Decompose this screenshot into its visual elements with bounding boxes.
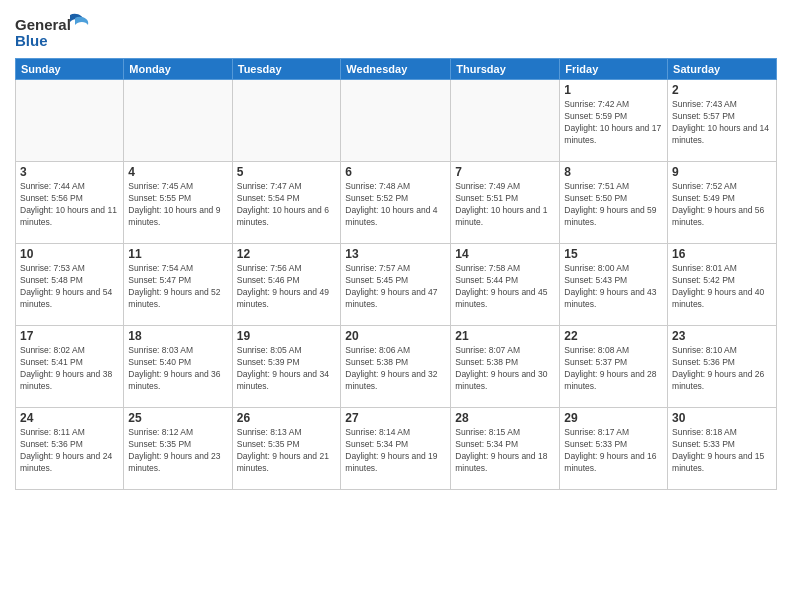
day-info: Sunrise: 7:56 AMSunset: 5:46 PMDaylight:… [237,263,337,311]
day-number: 2 [672,83,772,97]
day-number: 9 [672,165,772,179]
day-number: 18 [128,329,227,343]
calendar-cell: 18Sunrise: 8:03 AMSunset: 5:40 PMDayligh… [124,326,232,408]
day-number: 17 [20,329,119,343]
day-info: Sunrise: 7:57 AMSunset: 5:45 PMDaylight:… [345,263,446,311]
calendar-cell: 4Sunrise: 7:45 AMSunset: 5:55 PMDaylight… [124,162,232,244]
day-info: Sunrise: 8:07 AMSunset: 5:38 PMDaylight:… [455,345,555,393]
calendar-cell: 2Sunrise: 7:43 AMSunset: 5:57 PMDaylight… [668,80,777,162]
calendar-table: SundayMondayTuesdayWednesdayThursdayFrid… [15,58,777,490]
day-info: Sunrise: 8:18 AMSunset: 5:33 PMDaylight:… [672,427,772,475]
calendar-cell: 26Sunrise: 8:13 AMSunset: 5:35 PMDayligh… [232,408,341,490]
day-info: Sunrise: 7:58 AMSunset: 5:44 PMDaylight:… [455,263,555,311]
svg-text:Blue: Blue [15,32,48,49]
day-number: 5 [237,165,337,179]
calendar-week-4: 24Sunrise: 8:11 AMSunset: 5:36 PMDayligh… [16,408,777,490]
day-header-wednesday: Wednesday [341,59,451,80]
day-info: Sunrise: 8:03 AMSunset: 5:40 PMDaylight:… [128,345,227,393]
day-number: 23 [672,329,772,343]
day-number: 21 [455,329,555,343]
calendar-cell [341,80,451,162]
day-number: 28 [455,411,555,425]
day-info: Sunrise: 7:54 AMSunset: 5:47 PMDaylight:… [128,263,227,311]
day-number: 22 [564,329,663,343]
day-header-monday: Monday [124,59,232,80]
day-info: Sunrise: 8:00 AMSunset: 5:43 PMDaylight:… [564,263,663,311]
day-info: Sunrise: 8:13 AMSunset: 5:35 PMDaylight:… [237,427,337,475]
day-info: Sunrise: 7:42 AMSunset: 5:59 PMDaylight:… [564,99,663,147]
calendar-cell [16,80,124,162]
day-number: 20 [345,329,446,343]
day-number: 11 [128,247,227,261]
calendar-cell: 13Sunrise: 7:57 AMSunset: 5:45 PMDayligh… [341,244,451,326]
day-number: 13 [345,247,446,261]
day-header-tuesday: Tuesday [232,59,341,80]
calendar-cell [451,80,560,162]
calendar-cell: 7Sunrise: 7:49 AMSunset: 5:51 PMDaylight… [451,162,560,244]
day-number: 14 [455,247,555,261]
day-number: 16 [672,247,772,261]
calendar-week-1: 3Sunrise: 7:44 AMSunset: 5:56 PMDaylight… [16,162,777,244]
day-info: Sunrise: 7:51 AMSunset: 5:50 PMDaylight:… [564,181,663,229]
day-header-saturday: Saturday [668,59,777,80]
day-number: 15 [564,247,663,261]
calendar-cell: 1Sunrise: 7:42 AMSunset: 5:59 PMDaylight… [560,80,668,162]
day-info: Sunrise: 8:17 AMSunset: 5:33 PMDaylight:… [564,427,663,475]
calendar-header-row: SundayMondayTuesdayWednesdayThursdayFrid… [16,59,777,80]
day-info: Sunrise: 8:08 AMSunset: 5:37 PMDaylight:… [564,345,663,393]
calendar-cell: 10Sunrise: 7:53 AMSunset: 5:48 PMDayligh… [16,244,124,326]
day-number: 26 [237,411,337,425]
header: GeneralBlue [15,10,777,50]
calendar-cell: 11Sunrise: 7:54 AMSunset: 5:47 PMDayligh… [124,244,232,326]
calendar-cell: 27Sunrise: 8:14 AMSunset: 5:34 PMDayligh… [341,408,451,490]
page: GeneralBlue SundayMondayTuesdayWednesday… [0,0,792,612]
day-info: Sunrise: 8:11 AMSunset: 5:36 PMDaylight:… [20,427,119,475]
day-info: Sunrise: 8:05 AMSunset: 5:39 PMDaylight:… [237,345,337,393]
day-info: Sunrise: 8:02 AMSunset: 5:41 PMDaylight:… [20,345,119,393]
calendar-cell: 3Sunrise: 7:44 AMSunset: 5:56 PMDaylight… [16,162,124,244]
day-number: 30 [672,411,772,425]
calendar-week-3: 17Sunrise: 8:02 AMSunset: 5:41 PMDayligh… [16,326,777,408]
day-number: 4 [128,165,227,179]
svg-text:General: General [15,16,71,33]
day-number: 24 [20,411,119,425]
calendar-cell: 5Sunrise: 7:47 AMSunset: 5:54 PMDaylight… [232,162,341,244]
calendar-cell: 20Sunrise: 8:06 AMSunset: 5:38 PMDayligh… [341,326,451,408]
day-info: Sunrise: 7:53 AMSunset: 5:48 PMDaylight:… [20,263,119,311]
calendar-cell: 17Sunrise: 8:02 AMSunset: 5:41 PMDayligh… [16,326,124,408]
day-info: Sunrise: 8:01 AMSunset: 5:42 PMDaylight:… [672,263,772,311]
logo: GeneralBlue [15,10,95,50]
calendar-cell: 6Sunrise: 7:48 AMSunset: 5:52 PMDaylight… [341,162,451,244]
day-number: 27 [345,411,446,425]
day-number: 8 [564,165,663,179]
day-info: Sunrise: 7:44 AMSunset: 5:56 PMDaylight:… [20,181,119,229]
day-number: 12 [237,247,337,261]
day-info: Sunrise: 7:48 AMSunset: 5:52 PMDaylight:… [345,181,446,229]
day-info: Sunrise: 8:12 AMSunset: 5:35 PMDaylight:… [128,427,227,475]
day-number: 25 [128,411,227,425]
calendar-cell: 29Sunrise: 8:17 AMSunset: 5:33 PMDayligh… [560,408,668,490]
day-number: 3 [20,165,119,179]
calendar-week-0: 1Sunrise: 7:42 AMSunset: 5:59 PMDaylight… [16,80,777,162]
day-info: Sunrise: 8:15 AMSunset: 5:34 PMDaylight:… [455,427,555,475]
day-header-thursday: Thursday [451,59,560,80]
calendar-cell: 30Sunrise: 8:18 AMSunset: 5:33 PMDayligh… [668,408,777,490]
calendar-cell: 14Sunrise: 7:58 AMSunset: 5:44 PMDayligh… [451,244,560,326]
calendar-cell: 8Sunrise: 7:51 AMSunset: 5:50 PMDaylight… [560,162,668,244]
calendar-cell: 22Sunrise: 8:08 AMSunset: 5:37 PMDayligh… [560,326,668,408]
calendar-cell: 21Sunrise: 8:07 AMSunset: 5:38 PMDayligh… [451,326,560,408]
day-number: 6 [345,165,446,179]
calendar-cell: 15Sunrise: 8:00 AMSunset: 5:43 PMDayligh… [560,244,668,326]
day-info: Sunrise: 7:43 AMSunset: 5:57 PMDaylight:… [672,99,772,147]
day-header-sunday: Sunday [16,59,124,80]
logo-svg: GeneralBlue [15,10,95,50]
day-number: 29 [564,411,663,425]
calendar-cell [232,80,341,162]
day-number: 10 [20,247,119,261]
calendar-cell: 28Sunrise: 8:15 AMSunset: 5:34 PMDayligh… [451,408,560,490]
day-number: 19 [237,329,337,343]
calendar-cell: 19Sunrise: 8:05 AMSunset: 5:39 PMDayligh… [232,326,341,408]
calendar-cell: 16Sunrise: 8:01 AMSunset: 5:42 PMDayligh… [668,244,777,326]
day-info: Sunrise: 7:49 AMSunset: 5:51 PMDaylight:… [455,181,555,229]
calendar-cell: 25Sunrise: 8:12 AMSunset: 5:35 PMDayligh… [124,408,232,490]
